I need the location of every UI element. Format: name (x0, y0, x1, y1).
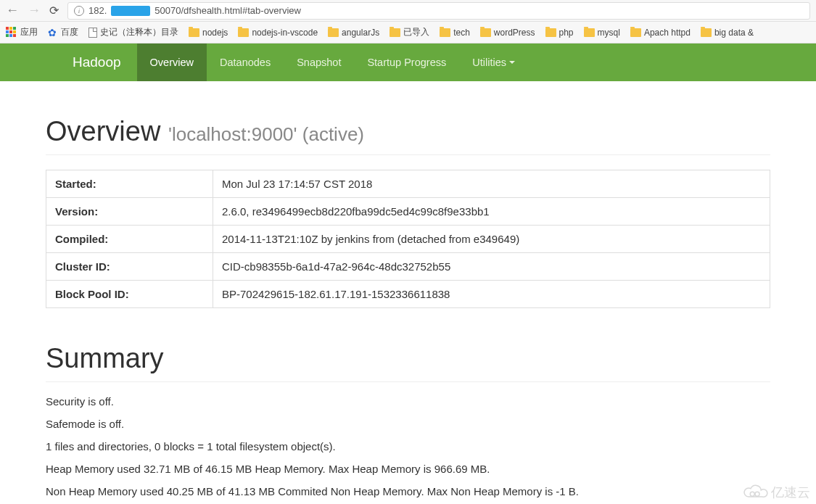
tab-overview[interactable]: Overview (137, 44, 207, 81)
forward-button[interactable]: → (28, 3, 41, 18)
address-bar[interactable]: i 182.50070/dfshealth.html#tab-overview (67, 2, 810, 20)
summary-line: Non Heap Memory used 40.25 MB of 41.13 M… (46, 485, 770, 497)
url-text-prefix: 182. (88, 5, 107, 16)
folder-icon (480, 28, 491, 37)
folder-icon (440, 28, 450, 37)
bookmark-bar: 应用 ✿ 百度 史记（注释本）目录 nodejs nodejs-in-vscod… (0, 22, 816, 44)
url-text-suffix: 50070/dfshealth.html#tab-overview (154, 5, 301, 16)
overview-heading: Overview (46, 116, 160, 146)
summary-line: Security is off. (46, 395, 770, 408)
block-pool-id-value: BP-702429615-182.61.17.191-1532336611838 (213, 281, 770, 308)
folder-icon (545, 28, 556, 37)
table-row: Block Pool ID: BP-702429615-182.61.17.19… (46, 281, 770, 308)
folder-icon (238, 28, 249, 37)
overview-host: 'localhost:9000' (active) (168, 123, 364, 145)
app-navbar: Hadoop Overview Datanodes Snapshot Start… (0, 44, 816, 81)
overview-info-table: Started: Mon Jul 23 17:14:57 CST 2018 Ve… (46, 170, 770, 308)
apps-button[interactable]: 应用 (6, 26, 38, 38)
brand[interactable]: Hadoop (73, 54, 137, 70)
bookmark-folder-bigdata[interactable]: big data & (701, 28, 754, 38)
bookmark-folder-nodejs-vscode[interactable]: nodejs-in-vscode (238, 28, 318, 38)
cluster-id-label: Cluster ID: (46, 253, 213, 281)
back-button[interactable]: ← (6, 3, 19, 18)
bookmark-folder-angular[interactable]: angularJs (328, 28, 379, 38)
table-row: Compiled: 2014-11-13T21:10Z by jenkins f… (46, 226, 770, 253)
bookmark-folder-wordpress[interactable]: wordPress (480, 28, 535, 38)
chevron-down-icon (509, 61, 515, 64)
tab-startup-progress[interactable]: Startup Progress (354, 44, 459, 81)
page-icon (88, 28, 97, 38)
table-row: Cluster ID: CID-cb98355b-6a1d-47a2-964c-… (46, 253, 770, 281)
version-value: 2.6.0, re3496499ecb8d220fba99dc5ed4c99c8… (213, 198, 770, 226)
nav-tabs: Overview Datanodes Snapshot Startup Prog… (137, 44, 528, 81)
info-icon[interactable]: i (74, 6, 84, 16)
bookmark-folder-nodejs[interactable]: nodejs (189, 28, 228, 38)
compiled-label: Compiled: (46, 226, 213, 253)
cluster-id-value: CID-cb98355b-6a1d-47a2-964c-48dc32752b55 (213, 253, 770, 281)
bookmark-folder-imported[interactable]: 已导入 (390, 26, 429, 38)
bookmark-history[interactable]: 史记（注释本）目录 (88, 26, 178, 38)
version-label: Version: (46, 198, 213, 226)
apps-label: 应用 (20, 26, 38, 38)
summary-heading: Summary (46, 343, 770, 382)
table-row: Version: 2.6.0, re3496499ecb8d220fba99dc… (46, 198, 770, 226)
baidu-icon: ✿ (48, 28, 58, 38)
browser-toolbar: ← → ⟳ i 182.50070/dfshealth.html#tab-ove… (0, 0, 816, 22)
folder-icon (189, 28, 199, 37)
table-row: Started: Mon Jul 23 17:14:57 CST 2018 (46, 170, 770, 198)
compiled-value: 2014-11-13T21:10Z by jenkins from (detac… (213, 226, 770, 253)
content: Overview 'localhost:9000' (active) Start… (33, 81, 783, 504)
tab-snapshot[interactable]: Snapshot (284, 44, 354, 81)
bookmark-baidu[interactable]: ✿ 百度 (48, 26, 78, 38)
bookmark-folder-php[interactable]: php (545, 28, 574, 38)
reload-button[interactable]: ⟳ (49, 4, 59, 17)
folder-icon (584, 28, 595, 37)
summary-line: 1 files and directories, 0 blocks = 1 to… (46, 440, 770, 453)
block-pool-id-label: Block Pool ID: (46, 281, 213, 308)
bookmark-folder-mysql[interactable]: mysql (584, 28, 620, 38)
bookmark-folder-apache[interactable]: Apach httpd (630, 28, 691, 38)
folder-icon (630, 28, 641, 37)
page-title: Overview 'localhost:9000' (active) (46, 116, 770, 155)
folder-icon (328, 28, 339, 37)
url-obscured-segment (111, 6, 150, 16)
started-value: Mon Jul 23 17:14:57 CST 2018 (213, 170, 770, 198)
tab-utilities[interactable]: Utilities (459, 44, 528, 81)
apps-icon (6, 27, 17, 38)
started-label: Started: (46, 170, 213, 198)
bookmark-folder-tech[interactable]: tech (440, 28, 470, 38)
summary-line: Heap Memory used 32.71 MB of 46.15 MB He… (46, 463, 770, 475)
summary-text: Security is off. Safemode is off. 1 file… (46, 395, 770, 497)
summary-line: Safemode is off. (46, 418, 770, 430)
tab-datanodes[interactable]: Datanodes (207, 44, 284, 81)
folder-icon (390, 28, 400, 37)
folder-icon (701, 28, 712, 37)
